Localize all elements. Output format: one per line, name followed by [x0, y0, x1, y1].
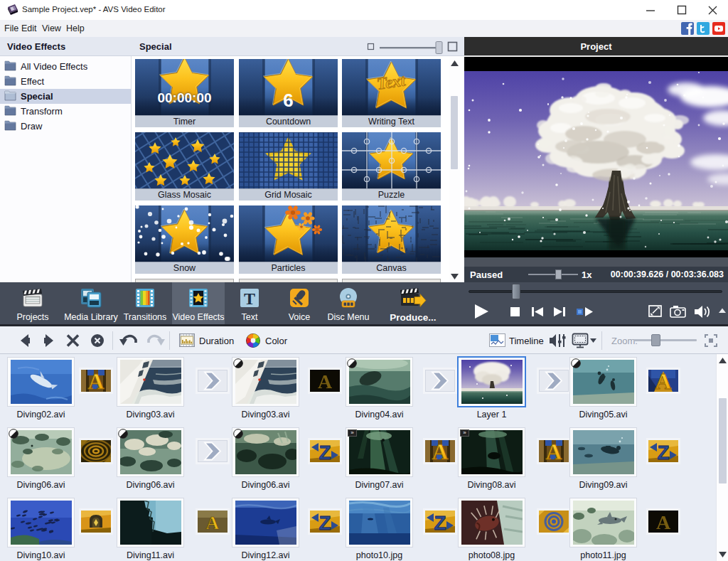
- svg-text:Z: Z: [657, 442, 669, 462]
- svg-text:A: A: [432, 440, 448, 462]
- svg-text:Z: Z: [434, 512, 446, 533]
- svg-text:A: A: [318, 370, 333, 392]
- svg-text:A: A: [655, 370, 671, 392]
- svg-text:T: T: [244, 289, 255, 308]
- svg-text:A: A: [206, 513, 220, 533]
- svg-text:6: 6: [283, 90, 293, 111]
- svg-text:Z: Z: [318, 512, 331, 533]
- svg-text:Z: Z: [318, 442, 331, 462]
- svg-text:A: A: [87, 370, 104, 392]
- svg-text:A: A: [656, 511, 671, 533]
- svg-text:A: A: [545, 440, 562, 462]
- svg-text:00:00:00: 00:00:00: [157, 90, 211, 105]
